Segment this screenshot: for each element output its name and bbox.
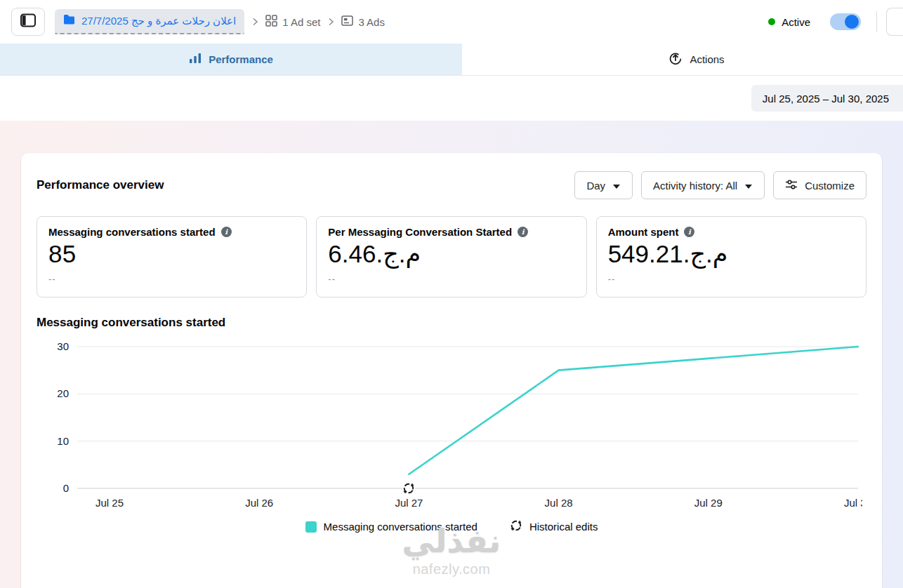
metric-card-cost-per-conversation: Per Messaging Conversation Started i 6.4… [316, 216, 586, 298]
metric-value: 6.46.ج.م [328, 240, 574, 268]
metric-value: 85 [48, 240, 295, 268]
chevron-right-icon [326, 17, 336, 27]
svg-text:Jul 30: Jul 30 [844, 497, 862, 509]
svg-text:10: 10 [57, 435, 69, 447]
chart-controls: Day Activity history: All [574, 171, 866, 199]
chevron-right-icon [250, 17, 260, 27]
ads-frame-icon [341, 15, 353, 29]
adset-grid-icon [265, 15, 277, 29]
line-chart: 0102030Jul 25Jul 26Jul 27Jul 28Jul 29Jul… [37, 337, 866, 511]
metric-cards: Messaging conversations started i 85 -- … [37, 216, 866, 298]
info-icon[interactable]: i [221, 227, 232, 237]
date-range-label: Jul 25, 2025 – Jul 30, 2025 [763, 93, 889, 105]
metric-label: Amount spent [608, 226, 679, 238]
edge-clipped-button[interactable] [886, 8, 903, 36]
active-status-dot [768, 18, 775, 25]
breadcrumb-adset[interactable]: 1 Ad set [265, 15, 320, 29]
metric-label: Per Messaging Conversation Started [328, 226, 512, 238]
adset-label: 1 Ad set [282, 16, 320, 28]
sidebar-toggle-button[interactable] [11, 8, 45, 36]
legend-series-label: Messaging conversations started [324, 521, 477, 533]
date-range-button[interactable]: Jul 25, 2025 – Jul 30, 2025 [751, 85, 903, 112]
top-bar: اعلان رحلات عمرة و حج 27/7/2025 1 Ad set… [0, 0, 903, 44]
info-icon[interactable]: i [684, 227, 694, 237]
metric-sub-value: -- [328, 274, 574, 284]
status-label: Active [782, 16, 810, 28]
metric-card-amount-spent: Amount spent i 549.21.ج.م -- [596, 216, 866, 298]
main-content: Performance overview Day Activity histor… [0, 121, 903, 588]
performance-overview-card: Performance overview Day Activity histor… [21, 153, 882, 588]
date-row: Jul 25, 2025 – Jul 30, 2025 [0, 76, 903, 121]
activity-history-dropdown[interactable]: Activity history: All [641, 171, 765, 199]
breadcrumb: اعلان رحلات عمرة و حج 27/7/2025 1 Ad set… [55, 9, 768, 34]
chart-canvas: 0102030Jul 25Jul 26Jul 27Jul 28Jul 29Jul… [37, 337, 862, 511]
customize-label: Customize [805, 180, 855, 192]
tab-performance[interactable]: Performance [0, 44, 462, 75]
sliders-icon [785, 179, 798, 192]
view-tabs: Performance Actions [0, 44, 903, 76]
caret-down-icon [612, 180, 621, 192]
sidebar-panel-icon [20, 13, 36, 30]
ads-manager-page: اعلان رحلات عمرة و حج 27/7/2025 1 Ad set… [0, 0, 903, 588]
chart-legend: Messaging conversations started Historic… [37, 519, 866, 534]
info-icon[interactable]: i [518, 227, 528, 237]
metric-card-conversations: Messaging conversations started i 85 -- [37, 216, 307, 298]
legend-item-series: Messaging conversations started [305, 521, 477, 533]
historical-edit-marker-icon[interactable] [402, 482, 415, 495]
caret-down-icon [744, 180, 753, 192]
svg-text:Jul 28: Jul 28 [545, 497, 573, 509]
bar-chart-icon [189, 53, 202, 66]
metric-value: 549.21.ج.م [608, 240, 855, 268]
breadcrumb-campaign[interactable]: اعلان رحلات عمرة و حج 27/7/2025 [55, 9, 244, 34]
performance-tab-label: Performance [209, 53, 273, 65]
topbar-divider [876, 11, 877, 32]
legend-item-historical-edits: Historical edits [510, 519, 598, 534]
campaign-name-label: اعلان رحلات عمرة و حج 27/7/2025 [81, 15, 236, 27]
page-title: Performance overview [37, 178, 164, 192]
actions-tab-label: Actions [690, 53, 724, 65]
activity-dropdown-label: Activity history: All [653, 180, 737, 192]
metric-sub-value: -- [48, 274, 295, 284]
historical-edits-icon [510, 519, 522, 534]
svg-text:Jul 29: Jul 29 [694, 497, 723, 509]
ads-label: 3 Ads [358, 16, 385, 28]
svg-text:Jul 25: Jul 25 [95, 497, 124, 509]
svg-text:30: 30 [57, 340, 69, 352]
customize-button[interactable]: Customize [773, 171, 866, 199]
series-color-swatch [305, 521, 317, 533]
day-granularity-dropdown[interactable]: Day [574, 171, 633, 199]
topbar-right: Active [768, 8, 892, 36]
toggle-knob [845, 15, 859, 29]
metric-sub-value: -- [608, 274, 855, 284]
day-dropdown-label: Day [586, 180, 605, 192]
svg-text:Jul 26: Jul 26 [245, 497, 273, 509]
card-header: Performance overview Day Activity histor… [37, 171, 866, 199]
metric-label: Messaging conversations started [48, 226, 216, 238]
tab-actions[interactable]: Actions [462, 44, 903, 75]
campaign-active-toggle[interactable] [830, 13, 861, 30]
svg-text:Jul 27: Jul 27 [395, 497, 423, 509]
svg-text:0: 0 [63, 482, 69, 494]
share-arrow-icon [668, 51, 683, 67]
svg-text:20: 20 [57, 387, 69, 399]
breadcrumb-ads[interactable]: 3 Ads [341, 15, 385, 29]
legend-edits-label: Historical edits [529, 521, 598, 533]
folder-icon [63, 14, 76, 28]
chart-title: Messaging conversations started [37, 316, 866, 330]
delivery-status: Active [768, 16, 810, 28]
